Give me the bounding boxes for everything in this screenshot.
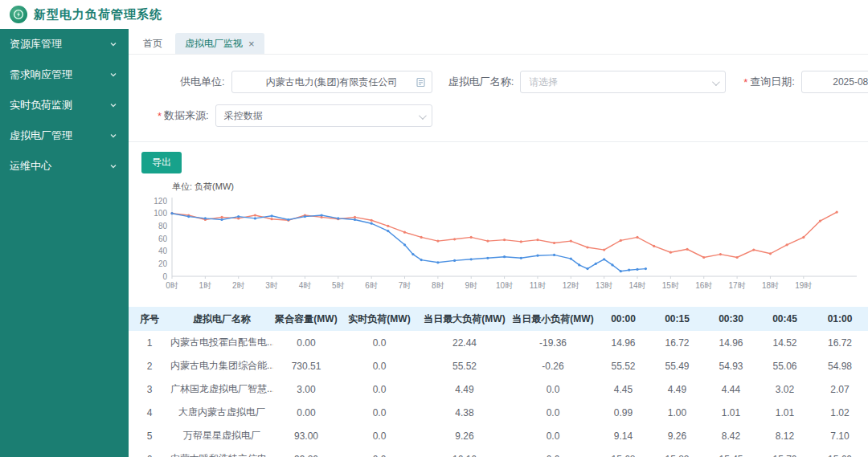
svg-text:60: 60 (158, 235, 168, 243)
table-cell: 8.12 (758, 424, 812, 447)
table-cell: 16.72 (812, 331, 868, 354)
vpp-name-field: 虚拟电厂名称: 请选择 (448, 71, 727, 93)
table-header-cell: 虚拟电厂名称 (170, 307, 273, 331)
sidebar-item-3[interactable]: 实时负荷监测 (0, 90, 129, 120)
data-source-select[interactable]: 采控数据 (215, 104, 432, 127)
sidebar-item-2[interactable]: 需求响应管理 (0, 59, 129, 90)
table-cell: 0.0 (510, 401, 596, 424)
table-cell: 55.06 (758, 354, 812, 377)
table-row: 6内蒙古呼和浩特立信电...99.200.016.160.015.6815.82… (129, 447, 868, 457)
table-cell: 93.00 (273, 424, 339, 447)
query-date-input[interactable]: 2025-08-20 (801, 71, 868, 93)
table-cell: 16.16 (420, 447, 510, 457)
svg-text:20: 20 (158, 259, 168, 268)
svg-text:13时: 13时 (596, 281, 612, 290)
table-cell: 1.01 (704, 401, 758, 424)
table-cell: 14.96 (704, 331, 758, 354)
sidebar-item-5[interactable]: 运维中心 (0, 151, 129, 182)
tab-label: 虚拟电厂监视 (185, 37, 243, 51)
filter-row-2: * 数据来源: 采控数据 (129, 104, 868, 127)
org-picker-icon[interactable] (416, 77, 426, 90)
table-cell: 55.49 (650, 354, 704, 377)
table-row: 2内蒙古电力集团综合能...730.510.055.52-0.2655.5255… (129, 354, 868, 377)
table-cell: 0.00 (273, 331, 339, 354)
vpp-name-select[interactable]: 请选择 (520, 71, 726, 93)
table-cell: -19.36 (510, 331, 596, 354)
sidebar-item-label: 资源库管理 (10, 37, 62, 51)
export-button[interactable]: 导出 (141, 152, 182, 173)
table-cell: 55.52 (420, 354, 510, 377)
table-cell: 4.49 (650, 377, 704, 401)
tab-1[interactable]: 首页 (133, 33, 172, 54)
table-header: 序号虚拟电厂名称聚合容量(MW)实时负荷(MW)当日最大负荷(MW)当日最小负荷… (129, 307, 868, 331)
sidebar-item-4[interactable]: 虚拟电厂管理 (0, 120, 129, 151)
sidebar-item-label: 需求响应管理 (10, 67, 72, 82)
svg-text:0: 0 (162, 272, 167, 281)
svg-text:18时: 18时 (762, 281, 779, 290)
app-logo-icon (10, 6, 27, 23)
chart-container: 0204060801001200时1时2时3时4时5时6时7时8时9时10时11… (135, 193, 868, 304)
svg-text:16时: 16时 (695, 281, 712, 290)
table-cell: 6 (129, 447, 170, 457)
table-cell: 5 (129, 424, 170, 447)
table-cell: 0.0 (510, 424, 596, 447)
svg-text:0时: 0时 (166, 281, 178, 290)
table-cell: 16.72 (650, 331, 704, 354)
table-cell: 1.00 (650, 401, 704, 424)
tab-close-icon[interactable]: × (248, 39, 255, 49)
svg-text:80: 80 (158, 222, 168, 231)
svg-text:19时: 19时 (795, 281, 812, 290)
table-cell: 0.0 (339, 447, 420, 457)
sidebar-item-label: 实时负荷监测 (10, 98, 72, 112)
load-chart: 0204060801001200时1时2时3时4时5时6时7时8时9时10时11… (135, 193, 862, 300)
svg-text:2时: 2时 (232, 281, 245, 290)
supply-unit-field: 供电单位: 内蒙古电力(集团)有限责任公司 (180, 71, 432, 93)
svg-text:5时: 5时 (332, 281, 345, 290)
table-cell: 0.0 (339, 424, 420, 447)
table-header-cell: 00:45 (758, 307, 812, 331)
table-cell: 730.51 (273, 354, 339, 377)
svg-text:17时: 17时 (729, 281, 746, 290)
table-cell: 3 (129, 377, 170, 401)
table-cell: 15.60 (812, 447, 868, 457)
sidebar-item-label: 虚拟电厂管理 (10, 129, 72, 143)
table-header-cell: 当日最大负荷(MW) (420, 307, 510, 331)
table-header-cell: 00:30 (704, 307, 758, 331)
table-cell: 14.52 (758, 331, 812, 354)
svg-text:10时: 10时 (496, 281, 513, 290)
supply-unit-input[interactable]: 内蒙古电力(集团)有限责任公司 (231, 71, 432, 93)
table-cell: 4.49 (420, 377, 510, 401)
table-header-cell: 实时负荷(MW) (339, 307, 420, 331)
table-cell: 8.42 (704, 424, 758, 447)
table-cell: 内蒙古电投霍白配售电... (170, 331, 273, 354)
vpp-table: 序号虚拟电厂名称聚合容量(MW)实时负荷(MW)当日最大负荷(MW)当日最小负荷… (129, 307, 868, 457)
svg-text:14时: 14时 (628, 281, 645, 290)
svg-text:15时: 15时 (662, 281, 679, 290)
chart-unit-label: 单位: 负荷(MW) (172, 181, 868, 193)
table-cell: 54.93 (704, 354, 758, 377)
table-cell: 9.26 (420, 424, 510, 447)
table-cell: 0.0 (339, 354, 420, 377)
table-cell: 9.26 (650, 424, 704, 447)
sidebar-item-1[interactable]: 资源库管理 (0, 29, 129, 59)
vpp-name-label: 虚拟电厂名称: (448, 75, 514, 89)
table-cell: 4.44 (704, 377, 758, 401)
tab-2[interactable]: 虚拟电厂监视× (175, 33, 264, 54)
table-cell: 15.70 (758, 447, 812, 457)
table-header-cell: 当日最小负荷(MW) (510, 307, 596, 331)
table-cell: 0.0 (339, 331, 420, 354)
table-cell: 内蒙古呼和浩特立信电... (170, 447, 273, 457)
table-cell: 54.98 (812, 354, 868, 377)
app-title: 新型电力负荷管理系统 (34, 7, 162, 22)
table-row: 4大唐内蒙古虚拟电厂0.000.04.380.00.991.001.011.01… (129, 401, 868, 424)
table-cell: 7.10 (812, 424, 868, 447)
filter-panel: 供电单位: 内蒙古电力(集团)有限责任公司 虚拟电厂名称: 请选择 * 查询日期… (129, 55, 868, 142)
app-header: 新型电力负荷管理系统 (0, 0, 868, 29)
chevron-down-icon (109, 39, 117, 51)
vpp-name-placeholder: 请选择 (529, 75, 558, 89)
table-cell: 0.0 (339, 377, 420, 401)
table-cell: -0.26 (510, 354, 596, 377)
data-source-value: 采控数据 (224, 109, 263, 123)
data-source-label: 数据来源: (164, 108, 209, 123)
table-cell: 15.82 (650, 447, 704, 457)
